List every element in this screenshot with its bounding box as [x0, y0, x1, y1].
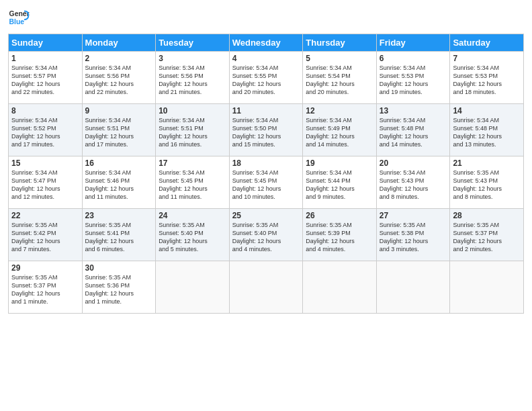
day-number: 9 — [85, 106, 153, 116]
day-info: Sunrise: 5:35 AM Sunset: 5:37 PM Dayligh… — [453, 221, 521, 254]
day-number: 14 — [453, 106, 521, 116]
day-number: 23 — [85, 211, 153, 220]
day-info: Sunrise: 5:35 AM Sunset: 5:40 PM Dayligh… — [159, 221, 226, 254]
day-info: Sunrise: 5:34 AM Sunset: 5:53 PM Dayligh… — [380, 64, 447, 97]
day-number: 7 — [453, 54, 521, 63]
day-number: 30 — [85, 263, 153, 273]
table-row — [376, 261, 450, 314]
calendar-table: Sunday Monday Tuesday Wednesday Thursday… — [8, 34, 524, 314]
day-number: 11 — [232, 106, 300, 116]
table-row: 26Sunrise: 5:35 AM Sunset: 5:39 PM Dayli… — [303, 209, 377, 261]
table-row: 5Sunrise: 5:34 AM Sunset: 5:54 PM Daylig… — [303, 52, 377, 104]
day-info: Sunrise: 5:35 AM Sunset: 5:42 PM Dayligh… — [11, 221, 79, 254]
table-row: 23Sunrise: 5:35 AM Sunset: 5:41 PM Dayli… — [82, 209, 156, 261]
col-wednesday: Wednesday — [229, 34, 303, 52]
day-info: Sunrise: 5:34 AM Sunset: 5:52 PM Dayligh… — [11, 116, 79, 149]
main-container: General Blue Sunday Monday Tuesday Wedne… — [0, 0, 532, 318]
day-info: Sunrise: 5:34 AM Sunset: 5:55 PM Dayligh… — [232, 64, 300, 97]
day-number: 15 — [11, 158, 79, 168]
col-saturday: Saturday — [450, 34, 524, 52]
table-row: 22Sunrise: 5:35 AM Sunset: 5:42 PM Dayli… — [9, 209, 83, 261]
calendar-week-row: 22Sunrise: 5:35 AM Sunset: 5:42 PM Dayli… — [9, 209, 524, 261]
day-info: Sunrise: 5:34 AM Sunset: 5:43 PM Dayligh… — [380, 169, 447, 201]
day-info: Sunrise: 5:34 AM Sunset: 5:45 PM Dayligh… — [232, 169, 300, 201]
day-number: 8 — [11, 106, 79, 116]
table-row: 14Sunrise: 5:34 AM Sunset: 5:48 PM Dayli… — [450, 104, 524, 156]
day-info: Sunrise: 5:34 AM Sunset: 5:44 PM Dayligh… — [306, 169, 373, 201]
col-sunday: Sunday — [9, 34, 83, 52]
table-row: 20Sunrise: 5:34 AM Sunset: 5:43 PM Dayli… — [376, 156, 450, 209]
calendar-week-row: 15Sunrise: 5:34 AM Sunset: 5:47 PM Dayli… — [9, 156, 524, 209]
logo-icon: General Blue — [8, 7, 30, 28]
table-row: 28Sunrise: 5:35 AM Sunset: 5:37 PM Dayli… — [450, 209, 524, 261]
table-row: 24Sunrise: 5:35 AM Sunset: 5:40 PM Dayli… — [156, 209, 230, 261]
svg-text:Blue: Blue — [9, 18, 25, 26]
table-row: 18Sunrise: 5:34 AM Sunset: 5:45 PM Dayli… — [229, 156, 303, 209]
day-number: 28 — [453, 211, 521, 220]
day-info: Sunrise: 5:34 AM Sunset: 5:48 PM Dayligh… — [380, 116, 447, 149]
calendar-header-row: Sunday Monday Tuesday Wednesday Thursday… — [9, 34, 524, 52]
day-number: 16 — [85, 158, 153, 168]
day-number: 4 — [232, 54, 300, 63]
day-info: Sunrise: 5:34 AM Sunset: 5:56 PM Dayligh… — [85, 64, 153, 97]
day-info: Sunrise: 5:34 AM Sunset: 5:57 PM Dayligh… — [11, 64, 79, 97]
day-info: Sunrise: 5:35 AM Sunset: 5:43 PM Dayligh… — [453, 169, 521, 201]
day-info: Sunrise: 5:34 AM Sunset: 5:54 PM Dayligh… — [306, 64, 373, 97]
col-friday: Friday — [376, 34, 450, 52]
day-number: 18 — [232, 158, 300, 168]
table-row: 13Sunrise: 5:34 AM Sunset: 5:48 PM Dayli… — [376, 104, 450, 156]
table-row: 27Sunrise: 5:35 AM Sunset: 5:38 PM Dayli… — [376, 209, 450, 261]
day-info: Sunrise: 5:35 AM Sunset: 5:37 PM Dayligh… — [11, 273, 79, 306]
day-number: 13 — [380, 106, 447, 116]
day-number: 24 — [159, 211, 226, 220]
day-info: Sunrise: 5:35 AM Sunset: 5:36 PM Dayligh… — [85, 273, 153, 306]
day-info: Sunrise: 5:34 AM Sunset: 5:50 PM Dayligh… — [232, 116, 300, 149]
col-tuesday: Tuesday — [156, 34, 230, 52]
table-row: 8Sunrise: 5:34 AM Sunset: 5:52 PM Daylig… — [9, 104, 83, 156]
day-number: 17 — [159, 158, 226, 168]
table-row: 16Sunrise: 5:34 AM Sunset: 5:46 PM Dayli… — [82, 156, 156, 209]
day-info: Sunrise: 5:34 AM Sunset: 5:51 PM Dayligh… — [85, 116, 153, 149]
day-info: Sunrise: 5:35 AM Sunset: 5:41 PM Dayligh… — [85, 221, 153, 254]
table-row: 29Sunrise: 5:35 AM Sunset: 5:37 PM Dayli… — [9, 261, 83, 314]
col-thursday: Thursday — [303, 34, 377, 52]
day-info: Sunrise: 5:35 AM Sunset: 5:39 PM Dayligh… — [306, 221, 373, 254]
table-row: 11Sunrise: 5:34 AM Sunset: 5:50 PM Dayli… — [229, 104, 303, 156]
day-number: 26 — [306, 211, 373, 220]
table-row: 30Sunrise: 5:35 AM Sunset: 5:36 PM Dayli… — [82, 261, 156, 314]
table-row: 10Sunrise: 5:34 AM Sunset: 5:51 PM Dayli… — [156, 104, 230, 156]
table-row: 6Sunrise: 5:34 AM Sunset: 5:53 PM Daylig… — [376, 52, 450, 104]
table-row: 17Sunrise: 5:34 AM Sunset: 5:45 PM Dayli… — [156, 156, 230, 209]
day-number: 27 — [380, 211, 447, 220]
day-number: 1 — [11, 54, 79, 63]
day-info: Sunrise: 5:34 AM Sunset: 5:45 PM Dayligh… — [159, 169, 226, 201]
day-info: Sunrise: 5:34 AM Sunset: 5:51 PM Dayligh… — [159, 116, 226, 149]
day-info: Sunrise: 5:34 AM Sunset: 5:46 PM Dayligh… — [85, 169, 153, 201]
day-number: 12 — [306, 106, 373, 116]
table-row: 2Sunrise: 5:34 AM Sunset: 5:56 PM Daylig… — [82, 52, 156, 104]
day-number: 29 — [11, 263, 79, 273]
table-row: 21Sunrise: 5:35 AM Sunset: 5:43 PM Dayli… — [450, 156, 524, 209]
table-row: 9Sunrise: 5:34 AM Sunset: 5:51 PM Daylig… — [82, 104, 156, 156]
logo: General Blue — [8, 7, 32, 28]
day-number: 3 — [159, 54, 226, 63]
day-info: Sunrise: 5:35 AM Sunset: 5:40 PM Dayligh… — [232, 221, 300, 254]
table-row: 25Sunrise: 5:35 AM Sunset: 5:40 PM Dayli… — [229, 209, 303, 261]
day-number: 2 — [85, 54, 153, 63]
day-number: 22 — [11, 211, 79, 220]
day-number: 6 — [380, 54, 447, 63]
table-row — [303, 261, 377, 314]
table-row: 19Sunrise: 5:34 AM Sunset: 5:44 PM Dayli… — [303, 156, 377, 209]
day-info: Sunrise: 5:34 AM Sunset: 5:56 PM Dayligh… — [159, 64, 226, 97]
day-info: Sunrise: 5:35 AM Sunset: 5:38 PM Dayligh… — [380, 221, 447, 254]
table-row — [450, 261, 524, 314]
day-number: 25 — [232, 211, 300, 220]
table-row: 15Sunrise: 5:34 AM Sunset: 5:47 PM Dayli… — [9, 156, 83, 209]
day-number: 20 — [380, 158, 447, 168]
day-info: Sunrise: 5:34 AM Sunset: 5:47 PM Dayligh… — [11, 169, 79, 201]
header: General Blue — [8, 7, 524, 28]
table-row — [156, 261, 230, 314]
table-row: 1Sunrise: 5:34 AM Sunset: 5:57 PM Daylig… — [9, 52, 83, 104]
day-info: Sunrise: 5:34 AM Sunset: 5:49 PM Dayligh… — [306, 116, 373, 149]
day-info: Sunrise: 5:34 AM Sunset: 5:48 PM Dayligh… — [453, 116, 521, 149]
